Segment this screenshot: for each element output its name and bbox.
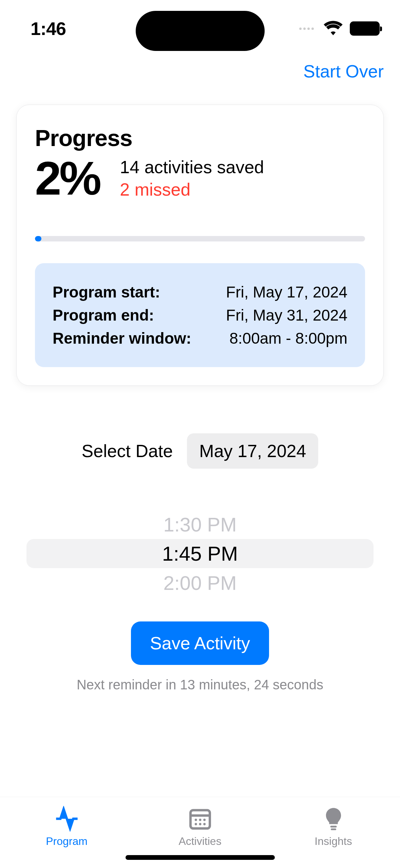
activities-saved: 14 activities saved — [120, 157, 365, 177]
reminder-window-label: Reminder window: — [53, 329, 191, 347]
progress-bar-fill — [35, 236, 41, 241]
svg-point-5 — [194, 823, 197, 825]
svg-rect-8 — [330, 826, 337, 828]
select-date-label: Select Date — [82, 441, 173, 461]
tab-program-label: Program — [46, 835, 88, 848]
progress-card: Progress 2% 14 activities saved 2 missed… — [16, 105, 384, 386]
program-start-label: Program start: — [53, 283, 160, 301]
next-reminder-text: Next reminder in 13 minutes, 24 seconds — [0, 677, 400, 692]
save-row: Save Activity — [0, 621, 400, 665]
progress-title: Progress — [35, 125, 365, 151]
tab-program[interactable]: Program — [0, 797, 133, 868]
svg-point-3 — [199, 819, 201, 821]
reminder-window-value: 8:00am - 8:00pm — [229, 329, 347, 347]
time-option-prev[interactable]: 1:30 PM — [26, 510, 374, 539]
progress-bar — [35, 236, 365, 241]
select-date-row: Select Date May 17, 2024 — [0, 433, 400, 469]
svg-point-2 — [194, 819, 197, 821]
program-end-row: Program end: Fri, May 31, 2024 — [53, 306, 347, 324]
activities-missed: 2 missed — [120, 179, 365, 200]
start-over-button[interactable]: Start Over — [303, 61, 384, 82]
lightbulb-icon — [321, 806, 346, 832]
program-end-label: Program end: — [53, 306, 154, 324]
svg-point-6 — [199, 823, 201, 825]
program-start-row: Program start: Fri, May 17, 2024 — [53, 283, 347, 301]
svg-point-7 — [203, 823, 206, 825]
status-right — [299, 20, 380, 37]
time-picker[interactable]: 1:30 PM 1:45 PM 2:00 PM — [26, 509, 374, 598]
activity-pulse-icon — [54, 806, 80, 832]
wifi-icon — [323, 20, 343, 37]
time-option-next[interactable]: 2:00 PM — [26, 568, 374, 597]
time-option-selected[interactable]: 1:45 PM — [26, 539, 374, 568]
program-info-box: Program start: Fri, May 17, 2024 Program… — [35, 263, 365, 367]
tab-bar: Program Activities Insights — [0, 797, 400, 868]
date-picker-chip[interactable]: May 17, 2024 — [187, 433, 318, 469]
svg-rect-9 — [331, 829, 336, 830]
svg-point-4 — [203, 819, 206, 821]
program-end-value: Fri, May 31, 2024 — [226, 306, 347, 324]
progress-percent: 2% — [35, 155, 99, 202]
program-start-value: Fri, May 17, 2024 — [226, 283, 347, 301]
calendar-icon — [187, 806, 213, 832]
cellular-dots-icon — [299, 28, 314, 30]
status-time: 1:46 — [31, 18, 66, 39]
tab-activities-label: Activities — [178, 835, 221, 848]
tab-insights[interactable]: Insights — [267, 797, 400, 868]
reminder-window-row: Reminder window: 8:00am - 8:00pm — [53, 329, 347, 347]
status-bar: 1:46 — [0, 0, 400, 44]
home-indicator[interactable] — [126, 855, 275, 860]
tab-insights-label: Insights — [315, 835, 352, 848]
dynamic-island — [136, 11, 265, 51]
battery-icon — [350, 21, 380, 36]
save-activity-button[interactable]: Save Activity — [131, 621, 269, 665]
